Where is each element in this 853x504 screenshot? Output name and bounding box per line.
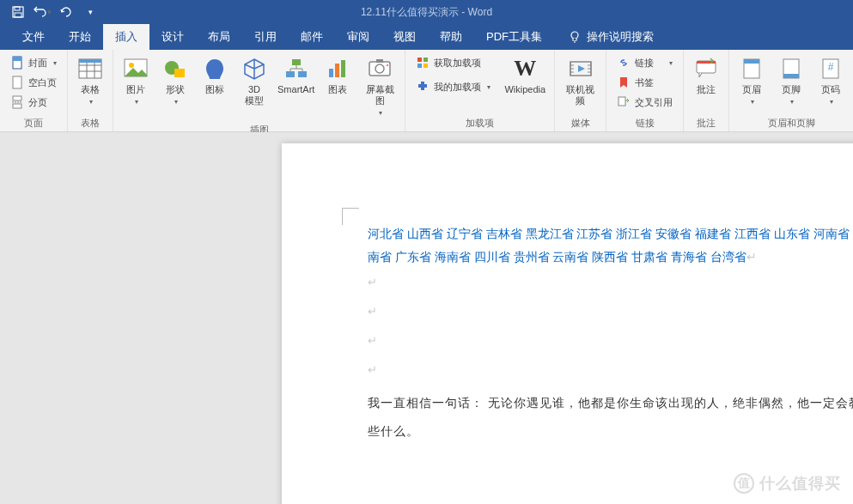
blank-page-button[interactable]: 空白页 [7,73,60,92]
tell-me-search[interactable]: 操作说明搜索 [568,24,654,50]
province-link[interactable]: 吉林省 [486,227,522,240]
cover-page-button[interactable]: 封面▾ [7,53,60,72]
footer-button[interactable]: 页脚▾ [772,52,810,110]
page-break-button[interactable]: 分页 [7,93,60,112]
link-icon [617,56,631,70]
group-comments: 批注 批注 [684,50,729,131]
save-button[interactable] [7,2,29,22]
tab-mailings[interactable]: 邮件 [289,24,335,50]
shapes-button[interactable]: 形状▾ [156,52,194,110]
svg-rect-28 [423,64,428,68]
province-link[interactable]: 广东省 [395,250,431,264]
group-media: 联机视频 媒体 [555,50,606,131]
tab-file[interactable]: 文件 [10,24,57,50]
svg-rect-20 [341,60,345,77]
province-link[interactable]: 海南省 [435,250,471,264]
3d-models-button[interactable]: 3D 模型 [235,52,273,110]
province-link[interactable]: 江苏省 [576,227,612,240]
pagenum-icon: # [817,55,844,82]
svg-rect-26 [423,58,428,62]
crossref-button[interactable]: 交叉引用 [613,93,676,112]
comment-button[interactable]: 批注 [687,52,725,99]
tab-insert[interactable]: 插入 [103,24,149,50]
header-icon [738,55,765,82]
ribbon: 封面▾ 空白页 分页 页面 表格▾ 表格 图片▾ 形状▾ 图标 3D 模型 Sm… [0,50,853,132]
province-link[interactable]: 台湾省 [710,250,746,264]
paragraph-mark: ↵ [368,297,853,326]
svg-rect-5 [13,57,21,61]
online-video-button[interactable]: 联机视频 [558,52,602,110]
tab-home[interactable]: 开始 [57,24,103,50]
addins-icon [416,80,430,94]
undo-button[interactable]: ▾ [31,2,53,22]
province-link[interactable]: 山东省 [774,227,810,240]
pagenum-button[interactable]: #页码▾ [812,52,850,110]
table-button[interactable]: 表格▾ [71,52,109,110]
document-workspace[interactable]: 河北省 山西省 辽宁省 吉林省 黑龙江省 江苏省 浙江省 安徽省 福建省 江西省… [0,132,853,504]
svg-rect-18 [329,69,333,77]
bookmark-icon [617,76,631,89]
province-link[interactable]: 河北省 [368,227,404,240]
group-links: 链接▾ 书签 交叉引用 链接 [606,50,684,131]
group-label-links: 链接 [610,115,679,131]
wikipedia-button[interactable]: WWikipedia [499,52,551,99]
svg-rect-23 [376,59,383,63]
tab-review[interactable]: 审阅 [335,24,381,50]
chart-icon [324,55,351,82]
title-bar: ▾ ▾ 12.11什么值得买演示 - Word [0,0,853,24]
group-label-comments: 批注 [687,115,725,131]
province-link[interactable]: 陕西省 [592,250,628,264]
get-addins-button[interactable]: 获取加载项 [412,53,494,72]
group-addins: 获取加载项 我的加载项▾ WWikipedia 加载项 [405,50,555,131]
svg-rect-17 [298,71,307,77]
header-button[interactable]: 页眉▾ [733,52,771,110]
smartart-button[interactable]: SmartArt [275,52,317,99]
svg-text:#: # [828,61,834,73]
province-link[interactable]: 安徽省 [655,227,692,240]
province-link[interactable]: 辽宁省 [447,227,483,240]
province-link[interactable]: 河南省 [813,227,850,240]
group-label-tables: 表格 [71,115,109,131]
province-link[interactable]: 贵州省 [514,250,550,264]
tab-references[interactable]: 引用 [242,24,289,50]
svg-point-12 [129,63,134,68]
province-link[interactable]: 山西省 [407,227,443,240]
pictures-button[interactable]: 图片▾ [117,52,155,110]
smartart-icon [283,55,310,82]
icons-button[interactable]: 图标 [196,52,234,99]
lightbulb-icon [568,30,582,44]
province-link[interactable]: 江西省 [734,227,771,240]
svg-rect-30 [618,97,625,106]
province-link[interactable]: 福建省 [695,227,731,240]
bookmark-button[interactable]: 书签 [613,73,676,92]
province-link[interactable]: 甘肃省 [631,250,667,264]
redo-button[interactable] [55,2,77,22]
province-link[interactable]: 浙江省 [616,227,652,240]
link-button[interactable]: 链接▾ [613,53,676,72]
province-link[interactable]: 青海省 [671,250,707,264]
group-illustrations: 图片▾ 形状▾ 图标 3D 模型 SmartArt 图表 屏幕截图▾ 插图 [113,50,405,131]
tab-layout[interactable]: 布局 [196,24,242,50]
province-link[interactable]: 云南省 [552,250,588,264]
chart-button[interactable]: 图表 [319,52,356,99]
svg-rect-14 [174,69,185,77]
svg-rect-16 [286,71,295,77]
body-paragraph[interactable]: 我一直相信一句话： 无论你遇见谁，他都是你生命该出现的人，绝非偶然，他一定会教会… [368,389,853,444]
footer-icon [777,55,805,82]
svg-rect-19 [335,64,339,77]
pictures-icon [122,55,149,82]
province-link[interactable]: 黑龙江省 [526,227,574,240]
tab-design[interactable]: 设计 [149,24,196,50]
group-pages: 封面▾ 空白页 分页 页面 [0,50,68,131]
cover-page-icon [10,56,24,70]
province-link[interactable]: 四川省 [474,250,510,264]
tab-help[interactable]: 帮助 [428,24,474,50]
document-page[interactable]: 河北省 山西省 辽宁省 吉林省 黑龙江省 江苏省 浙江省 安徽省 福建省 江西省… [282,143,853,504]
tab-pdf[interactable]: PDF工具集 [474,24,554,50]
svg-rect-10 [79,59,101,63]
screenshot-button[interactable]: 屏幕截图▾ [358,52,401,122]
group-headerfooter: 页眉▾ 页脚▾ #页码▾ 页眉和页脚 [729,50,853,131]
tab-view[interactable]: 视图 [381,24,428,50]
qat-customize-button[interactable]: ▾ [79,2,101,22]
my-addins-button[interactable]: 我的加载项▾ [412,77,494,96]
